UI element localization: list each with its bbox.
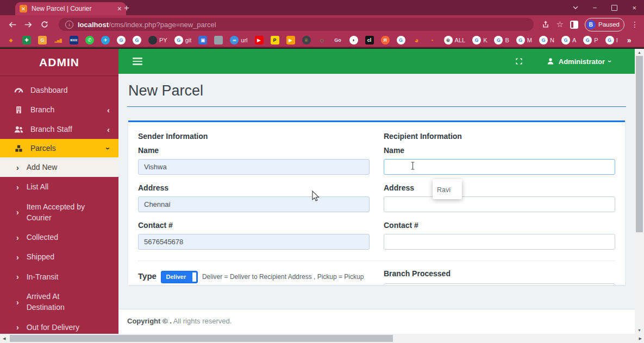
bookmark-favicon-icon: » [625,36,634,45]
bookmark-item[interactable]: Я [381,36,390,45]
profile-badge[interactable]: B Paused [585,18,624,31]
fullscreen-icon[interactable] [515,57,523,66]
new-tab-button[interactable]: + [124,3,129,14]
chevron-left-icon: ‹ [107,106,110,114]
sidebar-item-shipped[interactable]: › Shipped [0,247,118,266]
bookmark-favicon-icon: ♕ [302,36,311,45]
recipient-name-input[interactable] [384,159,615,175]
tab-close-icon[interactable]: × [117,5,122,12]
sender-address-input[interactable] [138,196,370,212]
bookmark-item[interactable]: GA [561,36,576,45]
share-icon[interactable] [541,20,550,29]
sender-contact-label: Contact # [138,221,370,230]
bookmark-favicon-icon: G [133,36,141,45]
bookmark-item[interactable]: P [271,36,279,45]
autocomplete-suggestion[interactable]: Ravi [437,186,462,194]
scroll-left-icon[interactable]: ◀ [3,336,5,341]
window-minimize-button[interactable]: − [593,4,597,11]
browser-tab[interactable]: ✕ New Parcel | Courier × [15,2,126,15]
site-info-icon[interactable]: i [65,21,73,29]
bookmark-item[interactable] [214,36,223,45]
horizontal-scrollbar[interactable]: ◀ ▶ [0,334,644,343]
browser-titlebar: ✕ New Parcel | Courier × + − × [0,0,644,15]
sidebar-item-item-accepted[interactable]: › Item Accepted by Courier [0,197,118,228]
chevron-right-icon: › [16,164,19,172]
url-bar[interactable]: i localhost/cms/index.php?page=new_parce… [59,18,534,31]
bookmark-item[interactable]: GB [494,36,509,45]
bookmark-item[interactable]: G [38,36,47,45]
bookmark-item[interactable]: G [133,36,141,45]
bookmark-item[interactable]: ● [428,36,437,45]
bookmark-item[interactable]: ⊕ALL [444,36,466,45]
bookmark-item[interactable]: ♕ [302,36,311,45]
horizontal-scroll-thumb[interactable] [10,335,393,342]
bookmark-item[interactable]: Go [334,36,342,45]
window-restore-button[interactable] [611,5,617,11]
sidebar-item-in-transit[interactable]: › In-Transit [0,267,118,287]
branch-processed-select[interactable]: Please select here [384,283,615,285]
sidebar-item-branch[interactable]: Branch ‹ [0,100,118,119]
bookmark-item[interactable]: ✆ [85,36,94,45]
bookmark-item[interactable]: » [625,36,634,45]
forward-button[interactable] [22,18,35,31]
bookmark-item[interactable]: ✈ [101,36,110,45]
bookmark-item[interactable]: PY [148,36,167,45]
back-button[interactable] [5,18,18,31]
bookmark-item[interactable]: Ggit [174,36,192,45]
bookmark-star-icon[interactable]: ☆ [557,20,564,29]
bookmark-favicon-icon: G [539,36,548,45]
bookmark-item[interactable]: ▣ [198,36,207,45]
bookmark-item[interactable]: cl [365,36,374,45]
window-close-button[interactable]: × [632,4,636,11]
sidebar-item-branch-staff[interactable]: Branch Staff ‹ [0,119,118,139]
user-menu[interactable]: Administrator › [546,57,611,66]
bookmark-item[interactable]: G [117,36,126,45]
bookmark-item[interactable]: GI [605,36,618,45]
sidebar-item-collected[interactable]: › Collected [0,227,118,247]
sidebar-item-parcels[interactable]: Parcels › [0,139,118,157]
bookmark-item[interactable]: GK [472,36,487,45]
sender-contact-input[interactable] [138,234,370,250]
sidebar-item-out-for-delivery[interactable]: › Out for Delivery [0,317,118,334]
sidebar-item-add-new[interactable]: › Add New [0,157,118,177]
reload-button[interactable] [38,18,51,31]
scroll-down-icon[interactable]: ▼ [635,328,644,332]
vertical-scroll-thumb[interactable] [636,56,643,232]
bookmark-item[interactable]: GM [516,36,532,45]
recipient-address-input[interactable] [384,196,615,212]
bookmark-item[interactable]: ◕ [412,36,421,45]
bookmark-favicon-icon: ✈ [101,36,110,45]
bookmark-item[interactable]: ▶ [255,36,264,45]
bookmark-item[interactable]: ✚ [22,36,31,45]
bookmark-item[interactable]: ◗ [349,36,358,45]
bookmark-item[interactable]: IEEE [70,36,78,45]
sidebar-item-list-all[interactable]: › List All [0,177,118,196]
bookmark-favicon-icon: G [472,36,481,45]
sidebar-item-dashboard[interactable]: Dashboard [0,80,118,100]
sidebar-item-arrived[interactable]: › Arrived At Destination [0,287,118,317]
bookmark-favicon-icon: ⊕ [444,36,453,45]
bookmark-item[interactable]: ▂▅█ [54,36,62,45]
recipient-contact-input[interactable] [384,234,615,250]
footer-text: All rights reserved. [173,317,232,325]
bookmark-item[interactable]: GN [539,36,554,45]
brand-title: ADMIN [0,49,118,76]
bookmark-item[interactable]: ○ [318,36,327,45]
bookmark-item[interactable]: ▶ [286,36,295,45]
hamburger-menu-icon[interactable] [133,58,142,65]
window-menu-chevron-icon[interactable] [573,6,578,9]
sender-name-input[interactable] [138,159,370,175]
chevron-left-icon: ‹ [107,125,110,134]
bookmark-item[interactable]: ∞url [230,36,247,45]
bookmark-favicon-icon: Go [334,36,342,45]
vertical-scrollbar[interactable]: ▲ ▼ [635,49,644,334]
side-panel-icon[interactable] [570,21,578,29]
bookmark-item[interactable]: GP [583,36,598,45]
bookmark-item[interactable]: ◆ [7,36,15,45]
scroll-right-icon[interactable]: ▶ [639,336,642,341]
scroll-up-icon[interactable]: ▲ [635,50,644,54]
browser-menu-icon[interactable]: ⋮ [631,20,639,29]
type-toggle[interactable]: Deliver [161,271,198,283]
bookmark-item[interactable]: G [397,36,405,45]
bookmark-label: PY [159,37,167,43]
